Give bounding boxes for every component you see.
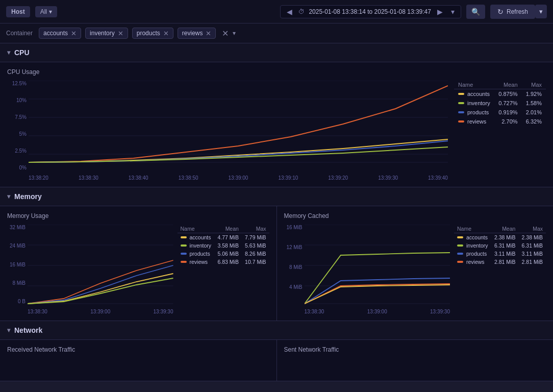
remove-products-button[interactable]: ✕ — [163, 30, 169, 37]
refresh-icon: ↻ — [497, 8, 504, 16]
sent-traffic-panel: Sent Network Traffic — [277, 340, 554, 381]
cpu-svg — [29, 81, 448, 173]
legend-row-reviews: reviews 6.83 MiB 10.7 MiB — [178, 258, 269, 266]
all-button[interactable]: All ▾ — [35, 6, 57, 17]
clear-all-filters-button[interactable]: ✕ — [222, 29, 229, 38]
time-prev-button[interactable]: ◀ — [285, 8, 294, 16]
memory-section-title: Memory — [14, 192, 42, 201]
legend-row-products: products 0.919% 2.01% — [454, 108, 546, 117]
clock-icon: ⏱ — [298, 8, 305, 15]
legend-row-accounts: accounts 4.77 MiB 7.79 MiB — [178, 233, 269, 242]
all-dropdown-icon: ▾ — [49, 8, 52, 15]
memory-charts-row: Memory Usage 32 MiB 24 MiB 16 MiB 8 MiB … — [0, 206, 553, 321]
memory-cached-area: 16 MiB 12 MiB 8 MiB 4 MiB — [284, 225, 546, 314]
cpu-section-title: CPU — [14, 48, 30, 57]
memory-usage-y-axis: 32 MiB 24 MiB 16 MiB 8 MiB 0 B — [7, 225, 26, 304]
legend-row-inventory: inventory 6.31 MiB 6.31 MiB — [454, 241, 546, 250]
time-range-bar: ◀ ⏱ 2025-01-08 13:38:14 to 2025-01-08 13… — [280, 5, 461, 18]
network-chevron-icon: ▾ — [7, 327, 10, 334]
received-traffic-panel: Received Network Traffic — [0, 340, 277, 381]
cpu-chart-title: CPU Usage — [7, 68, 546, 76]
memory-usage-title: Memory Usage — [7, 212, 269, 219]
container-label: Container — [6, 30, 33, 37]
cpu-chevron-icon: ▾ — [7, 49, 10, 56]
time-range-text: 2025-01-08 13:38:14 to 2025-01-08 13:39:… — [309, 8, 431, 15]
cpu-chart-area: 12.5% 10% 7.5% 5% 2.5% 0% — [7, 81, 546, 181]
memory-usage-svg-wrap: 32 MiB 24 MiB 16 MiB 8 MiB 0 B — [7, 225, 173, 314]
memory-cached-title: Memory Cached — [284, 212, 546, 219]
filter-dropdown-icon: ▾ — [233, 30, 236, 37]
cpu-chart-plot: 13:38:20 13:38:30 13:38:40 13:38:50 13:3… — [29, 81, 448, 181]
filter-tag-accounts: accounts ✕ — [39, 28, 81, 39]
remove-reviews-button[interactable]: ✕ — [206, 30, 211, 37]
received-traffic-title: Received Network Traffic — [7, 346, 269, 353]
memory-cached-plot: 13:38:30 13:39:00 13:39:30 — [305, 225, 450, 314]
cpu-chart-svg-wrap: 12.5% 10% 7.5% 5% 2.5% 0% — [7, 81, 448, 181]
legend-row-accounts: accounts 2.38 MiB 2.38 MiB — [454, 233, 546, 242]
time-next-button[interactable]: ▶ — [435, 8, 445, 16]
cpu-section-header[interactable]: ▾ CPU — [0, 43, 553, 62]
filter-bar: Container accounts ✕ inventory ✕ product… — [0, 23, 553, 43]
memory-cached-svg-wrap: 16 MiB 12 MiB 8 MiB 4 MiB — [284, 225, 450, 314]
network-section: ▾ Network Received Network Traffic Sent … — [0, 321, 553, 381]
remove-accounts-button[interactable]: ✕ — [71, 30, 77, 37]
zoom-button[interactable]: 🔍 — [466, 5, 485, 19]
legend-row-reviews: reviews 2.70% 6.32% — [454, 117, 546, 126]
legend-row-accounts: accounts 0.875% 1.92% — [454, 89, 546, 99]
memory-usage-x-axis: 13:38:30 13:39:00 13:39:30 — [28, 309, 173, 314]
legend-row-inventory: inventory 3.58 MiB 5.63 MiB — [178, 241, 269, 250]
legend-row-products: products 5.06 MiB 8.26 MiB — [178, 250, 269, 258]
cpu-section: ▾ CPU CPU Usage 12.5% 10% 7.5% 5% 2.5% 0… — [0, 43, 553, 187]
memory-usage-area: 32 MiB 24 MiB 16 MiB 8 MiB 0 B — [7, 225, 269, 314]
memory-usage-plot: 13:38:30 13:39:00 13:39:30 — [28, 225, 173, 314]
memory-section: ▾ Memory Memory Usage 32 MiB 24 MiB 16 M… — [0, 187, 553, 321]
cpu-chart-panel: CPU Usage 12.5% 10% 7.5% 5% 2.5% 0% — [0, 62, 553, 187]
filter-tag-inventory: inventory ✕ — [85, 28, 128, 39]
cpu-legend: Name Mean Max accounts 0.875% 1.92% inve… — [454, 81, 546, 181]
memory-cached-panel: Memory Cached 16 MiB 12 MiB 8 MiB 4 MiB — [277, 206, 554, 321]
filter-tag-products: products ✕ — [132, 28, 173, 39]
cpu-y-axis: 12.5% 10% 7.5% 5% 2.5% 0% — [7, 81, 27, 170]
network-charts-row: Received Network Traffic Sent Network Tr… — [0, 340, 553, 381]
remove-inventory-button[interactable]: ✕ — [118, 30, 123, 37]
refresh-button[interactable]: ↻ Refresh — [490, 5, 535, 19]
memory-usage-panel: Memory Usage 32 MiB 24 MiB 16 MiB 8 MiB … — [0, 206, 277, 321]
legend-row-inventory: inventory 0.727% 1.58% — [454, 99, 546, 108]
top-bar: Host All ▾ ◀ ⏱ 2025-01-08 13:38:14 to 20… — [0, 0, 553, 23]
refresh-dropdown-button[interactable]: ▾ — [535, 5, 547, 18]
memory-usage-legend: Name Mean Max accounts 4.77 MiB 7.79 MiB… — [178, 225, 269, 314]
network-section-header[interactable]: ▾ Network — [0, 321, 553, 340]
sent-traffic-title: Sent Network Traffic — [284, 346, 546, 353]
time-dropdown-button[interactable]: ▾ — [449, 8, 457, 16]
network-section-title: Network — [14, 326, 42, 334]
memory-cached-legend: Name Mean Max accounts 2.38 MiB 2.38 MiB… — [454, 225, 546, 314]
legend-row-products: products 3.11 MiB 3.11 MiB — [454, 250, 546, 258]
memory-cached-svg — [305, 225, 450, 306]
cpu-x-axis: 13:38:20 13:38:30 13:38:40 13:38:50 13:3… — [29, 175, 448, 181]
memory-cached-y-axis: 16 MiB 12 MiB 8 MiB 4 MiB — [284, 225, 303, 304]
memory-cached-x-axis: 13:38:30 13:39:00 13:39:30 — [305, 309, 450, 314]
memory-usage-svg — [28, 225, 173, 306]
memory-section-header[interactable]: ▾ Memory — [0, 187, 553, 206]
legend-row-reviews: reviews 2.81 MiB 2.81 MiB — [454, 258, 546, 266]
memory-chevron-icon: ▾ — [7, 193, 10, 200]
host-badge: Host — [6, 6, 30, 17]
filter-tag-reviews: reviews ✕ — [178, 28, 216, 39]
